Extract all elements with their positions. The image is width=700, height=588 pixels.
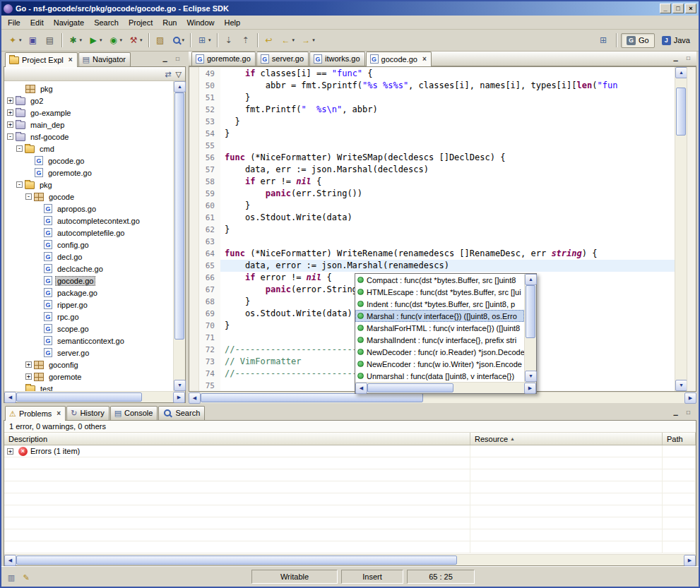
explorer-scrollbar-thumb[interactable] <box>174 92 184 340</box>
scroll-left-icon[interactable]: ◀ <box>4 392 16 403</box>
maximize-button[interactable]: □ <box>672 4 684 13</box>
completion-indent[interactable]: Indent : func(dst *bytes.Buffer, src []u… <box>355 298 524 310</box>
tree-item-config-go[interactable]: Gconfig.go <box>4 239 173 251</box>
tree-item-semanticcontext-go[interactable]: Gsemanticcontext.go <box>4 335 173 347</box>
tree-item-main-dep[interactable]: +main_dep <box>4 119 173 131</box>
tree-item-goremote-go[interactable]: Ggoremote.go <box>4 167 173 179</box>
scroll-left-icon[interactable]: ◀ <box>4 555 16 566</box>
explorer-scrollbar-track[interactable] <box>174 92 185 380</box>
external-tools-dropdown-icon[interactable]: ▾ <box>140 37 143 43</box>
code-line[interactable]: 52 fmt.Printf(" %s\n", abbr) <box>199 104 675 116</box>
tree-item-goconfig[interactable]: +goconfig <box>4 359 173 371</box>
column-header-description[interactable]: Description <box>4 433 470 445</box>
close-icon[interactable]: × <box>422 55 427 63</box>
editor-tab-goremote-go[interactable]: Ggoremote.go <box>191 52 256 66</box>
code-line[interactable]: 64func (*NiceFormatter) WriteRename(rena… <box>199 248 675 260</box>
scroll-left-icon[interactable]: ◀ <box>189 392 201 404</box>
code-line[interactable]: 50 abbr = fmt.Sprintf("%s %s%s", classes… <box>199 80 675 92</box>
tree-item-package-go[interactable]: Gpackage.go <box>4 287 173 299</box>
code-line[interactable]: 54} <box>199 128 675 140</box>
view-menu-button[interactable]: ▽ <box>176 69 182 79</box>
autocomplete-hscrollbar-thumb[interactable] <box>367 383 453 392</box>
tree-item-apropos-go[interactable]: Gapropos.go <box>4 203 173 215</box>
expand-icon[interactable]: + <box>7 448 13 455</box>
explorer-hscrollbar-thumb[interactable] <box>16 392 142 402</box>
search-button[interactable]: ▾ <box>169 32 188 48</box>
editor-scrollbar-track[interactable] <box>675 78 687 380</box>
scroll-down-icon[interactable]: ▼ <box>525 371 537 382</box>
scroll-down-icon[interactable]: ▼ <box>675 380 687 391</box>
close-icon[interactable]: × <box>57 409 61 417</box>
new-wizard-dropdown-icon[interactable]: ▾ <box>19 37 22 43</box>
expand-icon[interactable]: + <box>25 361 32 368</box>
code-line[interactable]: 49 if classes[i] == "func" { <box>199 68 675 80</box>
new-go-element-dropdown-icon[interactable]: ▾ <box>208 37 211 43</box>
search-dropdown-icon[interactable]: ▾ <box>182 37 185 43</box>
external-tools-button[interactable]: ⚒▾ <box>125 32 146 48</box>
minimize-button[interactable]: _ <box>660 4 671 13</box>
collapse-icon[interactable]: - <box>16 181 23 188</box>
collapse-icon[interactable]: - <box>25 193 32 200</box>
scroll-down-icon[interactable]: ▼ <box>174 380 186 391</box>
perspective-java-button[interactable]: JJava <box>656 33 696 48</box>
menu-window[interactable]: Window <box>182 16 219 29</box>
editor-scrollbar[interactable]: ▲▼ <box>675 67 687 391</box>
menu-edit[interactable]: Edit <box>25 16 49 29</box>
tree-item-gocode[interactable]: -gocode <box>4 191 173 203</box>
scroll-up-icon[interactable]: ▲ <box>675 67 687 78</box>
menu-file[interactable]: File <box>3 16 25 29</box>
code-line[interactable]: 62} <box>199 224 675 236</box>
open-go-resource-button[interactable]: ▨ <box>152 32 169 48</box>
run-last-button[interactable]: ◉▾ <box>105 32 126 48</box>
completion-marshal[interactable]: Marshal : func(v interface{}) ([]uint8, … <box>355 310 524 322</box>
open-perspective-button[interactable]: ⊞ <box>595 32 612 48</box>
editor-minimize-button[interactable]: ▁ <box>670 54 681 63</box>
fast-view-icon[interactable]: ▥ <box>5 571 18 583</box>
completion-newencoder[interactable]: NewEncoder : func(w io.Writer) *json.Enc… <box>355 358 524 370</box>
problems-maximize-button[interactable]: □ <box>683 408 694 417</box>
editor-scrollbar-thumb[interactable] <box>676 88 686 136</box>
close-icon[interactable]: × <box>69 56 73 64</box>
tree-item-cmd[interactable]: -cmd <box>4 143 173 155</box>
problems-hscrollbar[interactable]: ◀▶ <box>4 554 696 565</box>
run-last-dropdown-icon[interactable]: ▾ <box>120 37 123 43</box>
problems-row[interactable]: +×Errors (1 item) <box>4 445 696 457</box>
editor-tab-gocode-go[interactable]: Ggocode.go× <box>366 52 432 66</box>
code-line[interactable]: 56func (*NiceFormatter) WriteSMap(declde… <box>199 152 675 164</box>
debug-dropdown-icon[interactable]: ▾ <box>80 37 83 43</box>
editor-hscrollbar-track[interactable] <box>201 392 684 403</box>
explorer-tab-project-expl[interactable]: Project Expl× <box>5 52 78 67</box>
problems-tab-search[interactable]: Search <box>158 406 205 420</box>
column-header-resource[interactable]: Resource▲ <box>470 433 663 445</box>
scroll-right-icon[interactable]: ▶ <box>684 392 696 404</box>
problems-hscrollbar-track[interactable] <box>16 555 684 565</box>
problems-hscrollbar-thumb[interactable] <box>16 556 457 565</box>
scroll-left-icon[interactable]: ◀ <box>355 383 367 394</box>
code-line[interactable]: 57 data, err := json.Marshal(decldescs) <box>199 164 675 176</box>
tree-item-test[interactable]: test <box>4 383 173 391</box>
menu-help[interactable]: Help <box>220 16 246 29</box>
completion-marshalforhtml[interactable]: MarshalForHTML : func(v interface{}) ([]… <box>355 322 524 334</box>
autocomplete-scrollbar[interactable]: ▲▼ <box>524 274 536 382</box>
code-line[interactable]: 59 panic(err.String()) <box>199 188 675 200</box>
menu-search[interactable]: Search <box>89 16 124 29</box>
code-line[interactable]: 63 <box>199 236 675 248</box>
explorer-minimize-button[interactable]: ▁ <box>160 54 170 64</box>
tree-item-go-example[interactable]: +go-example <box>4 107 173 119</box>
code-line[interactable]: 58 if err != nil { <box>199 176 675 188</box>
problems-tab-problems[interactable]: ⚠Problems× <box>5 406 66 421</box>
tree-item-gocode-go[interactable]: Ggocode.go <box>4 155 173 167</box>
titlebar[interactable]: Go - nsf-gocode/src/pkg/gocode/gocode.go… <box>1 1 699 16</box>
scroll-right-icon[interactable]: ▶ <box>524 383 536 394</box>
new-wizard-button[interactable]: ✦▾ <box>4 32 25 48</box>
completion-htmlescape[interactable]: HTMLEscape : func(dst *bytes.Buffer, src… <box>355 286 524 298</box>
overview-ruler[interactable] <box>687 67 696 391</box>
tree-item-ripper-go[interactable]: Gripper.go <box>4 299 173 311</box>
tree-item-scope-go[interactable]: Gscope.go <box>4 323 173 335</box>
tree-item-decl-go[interactable]: Gdecl.go <box>4 251 173 263</box>
code-line[interactable]: 61 os.Stdout.Write(data) <box>199 212 675 224</box>
save-button[interactable]: ▣ <box>25 32 42 48</box>
code-line[interactable]: 65 data, error := json.Marshal(renamedes… <box>199 260 675 272</box>
run-dropdown-icon[interactable]: ▾ <box>100 37 102 43</box>
scroll-up-icon[interactable]: ▲ <box>174 81 186 92</box>
